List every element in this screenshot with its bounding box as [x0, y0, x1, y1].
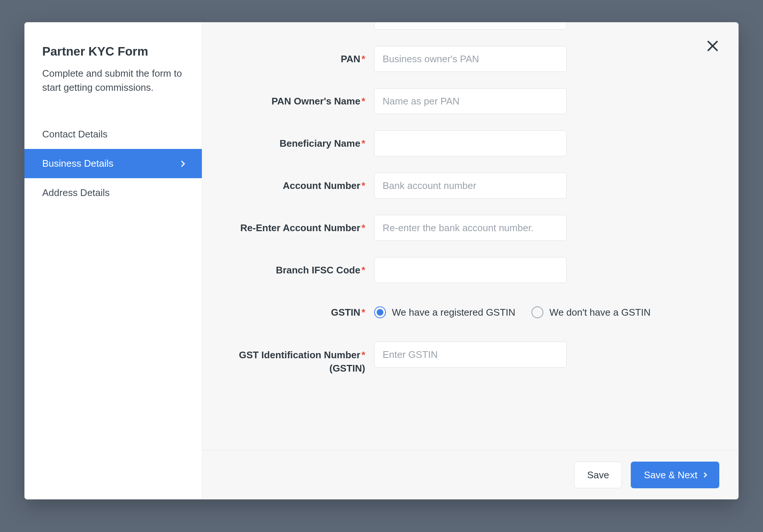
required-marker: *	[361, 307, 365, 318]
radio-icon	[374, 306, 386, 318]
required-marker: *	[361, 222, 365, 233]
radio-icon	[532, 306, 543, 318]
form-row-pan-owner-name: PAN Owner's Name*	[224, 88, 709, 114]
form-label: Re-Enter Account Number*	[224, 221, 374, 235]
form-row-gstin-number: GST Identification Number* (GSTIN)	[224, 342, 709, 375]
form-row-beneficiary-name: Beneficiary Name*	[224, 130, 709, 156]
sidebar: Partner KYC Form Complete and submit the…	[24, 22, 202, 499]
form-label: Account Number*	[224, 179, 374, 192]
sidebar-item-contact-details[interactable]: Contact Details	[24, 120, 202, 149]
form-row-previous-cutoff	[224, 22, 709, 30]
form-footer: Save Save & Next	[202, 450, 739, 499]
save-button[interactable]: Save	[574, 462, 622, 488]
form-label: GSTIN*	[224, 306, 374, 319]
reenter-account-number-input[interactable]	[374, 215, 567, 241]
form-row-gstin-radio: GSTIN* We have a registered GSTIN We don…	[224, 299, 709, 325]
chevron-right-icon	[179, 160, 185, 167]
account-number-input[interactable]	[374, 173, 567, 199]
radio-label: We have a registered GSTIN	[392, 307, 515, 318]
required-marker: *	[361, 138, 365, 149]
required-marker: *	[361, 265, 365, 276]
close-icon	[706, 39, 719, 53]
sidebar-item-label: Business Details	[42, 158, 113, 169]
ifsc-code-input[interactable]	[374, 257, 567, 283]
form-label: GST Identification Number* (GSTIN)	[224, 342, 374, 375]
cutoff-input[interactable]	[374, 22, 567, 30]
form-row-reenter-account-number: Re-Enter Account Number*	[224, 215, 709, 241]
radio-no-gstin[interactable]: We don't have a GSTIN	[532, 306, 650, 318]
form-label: Branch IFSC Code*	[224, 263, 374, 277]
required-marker: *	[361, 349, 365, 360]
sidebar-item-label: Address Details	[42, 187, 110, 199]
form-label: PAN Owner's Name*	[224, 94, 374, 108]
save-next-button[interactable]: Save & Next	[631, 462, 719, 488]
pan-owner-name-input[interactable]	[374, 88, 567, 114]
form-row-ifsc-code: Branch IFSC Code*	[224, 257, 709, 283]
form-label: PAN*	[224, 52, 374, 66]
sidebar-nav: Contact Details Business Details Address…	[24, 120, 202, 207]
sidebar-header: Partner KYC Form Complete and submit the…	[24, 22, 202, 109]
close-button[interactable]	[706, 39, 719, 53]
sidebar-item-business-details[interactable]: Business Details	[24, 149, 202, 178]
form-row-pan: PAN*	[224, 46, 709, 72]
main-panel: PAN* PAN Owner's Name* Beneficiary Name*	[202, 22, 739, 499]
required-marker: *	[361, 53, 365, 64]
chevron-right-icon	[702, 472, 707, 478]
radio-label: We don't have a GSTIN	[549, 307, 650, 318]
gstin-radio-group: We have a registered GSTIN We don't have…	[374, 299, 651, 325]
form-row-account-number: Account Number*	[224, 173, 709, 199]
kyc-modal: Partner KYC Form Complete and submit the…	[24, 22, 739, 499]
pan-input[interactable]	[374, 46, 567, 72]
form-area: PAN* PAN Owner's Name* Beneficiary Name*	[202, 22, 739, 450]
gstin-number-input[interactable]	[374, 342, 567, 368]
required-marker: *	[361, 180, 365, 191]
required-marker: *	[361, 96, 365, 107]
sidebar-subtitle: Complete and submit the form to start ge…	[42, 67, 183, 94]
form-label: Beneficiary Name*	[224, 137, 374, 150]
beneficiary-name-input[interactable]	[374, 130, 567, 156]
sidebar-title: Partner KYC Form	[42, 44, 184, 59]
sidebar-item-address-details[interactable]: Address Details	[24, 178, 202, 207]
sidebar-item-label: Contact Details	[42, 129, 107, 140]
radio-have-gstin[interactable]: We have a registered GSTIN	[374, 306, 515, 318]
